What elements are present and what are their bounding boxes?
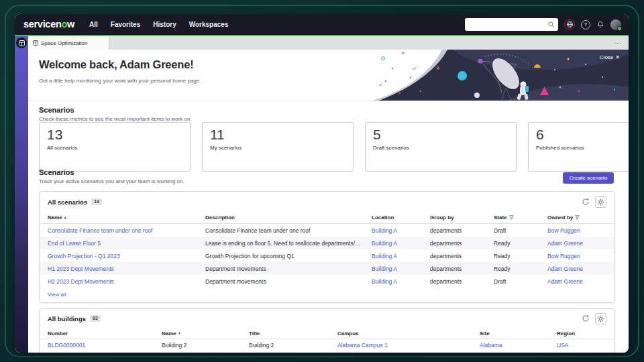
- location-link[interactable]: Building A: [372, 227, 397, 234]
- location-link[interactable]: Building A: [372, 278, 397, 285]
- app-window: servicenow All Favorites History Workspa…: [15, 14, 629, 353]
- tab-space-optimization[interactable]: Space Optimization: [28, 36, 109, 50]
- metric-label: Draft scenarios: [373, 145, 508, 151]
- global-search[interactable]: [465, 18, 558, 31]
- metric-card-draft-scenarios[interactable]: 5 Draft scenarios: [365, 122, 517, 172]
- panel-actions: [582, 313, 606, 324]
- metric-cards-row: 13 All scenarios 11 My scenarios 5 Draft…: [39, 122, 629, 172]
- scenario-link[interactable]: H2 2023 Dept Movements: [48, 278, 114, 285]
- state-value: Draft: [486, 275, 539, 288]
- small-astronaut-head: [474, 93, 480, 98]
- column-header-description[interactable]: Description: [197, 212, 364, 224]
- list-settings-button[interactable]: [595, 196, 606, 208]
- state-value: Ready: [486, 262, 539, 275]
- buildings-table: Number Name▼ Title Campus Site Region BL…: [40, 328, 614, 351]
- column-header-state[interactable]: State: [486, 212, 539, 224]
- scenario-description: Department movements: [197, 275, 364, 288]
- scenario-link[interactable]: Growth Projection - Q1 2023: [48, 253, 120, 259]
- nav-item-history[interactable]: History: [153, 21, 176, 28]
- help-icon: ?: [581, 20, 590, 29]
- welcome-subtitle: Get a little help monitoring your work w…: [39, 78, 201, 84]
- owner-link[interactable]: Bow Ruggeri: [547, 253, 580, 259]
- metric-label: All scenarios: [47, 145, 182, 151]
- column-header-number[interactable]: Number: [40, 328, 154, 339]
- metrics-section-title: Scenarios: [39, 106, 74, 114]
- refresh-button[interactable]: [582, 198, 590, 206]
- column-header-site[interactable]: Site: [472, 328, 549, 339]
- count-badge: 13: [91, 198, 102, 205]
- owner-link[interactable]: Adam Greene: [547, 265, 583, 272]
- scenario-link[interactable]: Consolidate Finance team under one roof: [48, 227, 152, 234]
- location-link[interactable]: Building A: [372, 265, 397, 272]
- metric-value: 13: [47, 127, 182, 142]
- region-link[interactable]: USA: [557, 342, 568, 349]
- tab-label: Space Optimization: [41, 40, 87, 46]
- refresh-icon: [582, 314, 590, 322]
- owner-link[interactable]: Adam Greene: [547, 278, 583, 285]
- table-row: End of Lease Floor 5 Lease is ending on …: [40, 237, 614, 249]
- scenario-link[interactable]: End of Lease Floor 5: [48, 240, 101, 247]
- notifications-button[interactable]: [596, 21, 604, 29]
- tab-overflow-button[interactable]: ···: [607, 36, 629, 50]
- column-header-title[interactable]: Title: [241, 328, 329, 339]
- column-header-name[interactable]: Name▲: [40, 212, 197, 224]
- nav-right-cluster: ?: [465, 18, 621, 31]
- nav-item-workspaces[interactable]: Workspaces: [189, 21, 229, 28]
- panel-header: All scenarios 13: [40, 192, 614, 212]
- column-header-owned-by[interactable]: Owned by: [539, 212, 614, 224]
- building-name: Building 2: [154, 339, 241, 352]
- globe-icon: [566, 21, 574, 28]
- panel-title: All buildings: [48, 315, 86, 322]
- welcome-banner: Close ✕ Welcome back, Adam Greene! Get a…: [28, 50, 629, 101]
- column-header-location[interactable]: Location: [364, 212, 422, 224]
- scenarios-section-title: Scenarios: [39, 168, 74, 176]
- global-search-input[interactable]: [469, 21, 548, 29]
- view-all-link[interactable]: View all: [48, 292, 66, 298]
- sort-desc-icon: ▼: [178, 331, 181, 335]
- nav-item-all[interactable]: All: [89, 21, 98, 28]
- user-avatar[interactable]: [610, 19, 621, 30]
- desktop-background: servicenow All Favorites History Workspa…: [0, 0, 644, 362]
- owner-link[interactable]: Adam Greene: [547, 240, 583, 247]
- metric-card-my-scenarios[interactable]: 11 My scenarios: [202, 122, 354, 172]
- group-by-value: departments: [422, 275, 486, 288]
- scenario-description: Department movements: [197, 262, 364, 275]
- refresh-button[interactable]: [582, 314, 590, 322]
- tab-grid-icon: [33, 40, 38, 46]
- nav-item-favorites[interactable]: Favorites: [111, 21, 140, 28]
- list-settings-button[interactable]: [595, 313, 606, 324]
- group-by-value: departments: [422, 262, 486, 275]
- logo-accent-o: o: [61, 19, 67, 29]
- logo-text: servicen: [23, 19, 61, 29]
- panel-header: All buildings 83: [40, 309, 614, 328]
- scenario-description: Consolidate Finance team under one roof: [197, 224, 364, 237]
- create-scenario-button[interactable]: Create scenario: [563, 172, 614, 184]
- column-header-name[interactable]: Name▼: [154, 328, 241, 339]
- scenarios-section-subtitle: Track your active scenarios you and your…: [39, 178, 184, 184]
- metric-card-all-scenarios[interactable]: 13 All scenarios: [39, 122, 191, 172]
- location-link[interactable]: Building A: [372, 253, 397, 259]
- scenario-description: Lease is ending on floor 5. Need to real…: [197, 237, 364, 249]
- metric-card-published-scenarios[interactable]: 6 Published scenarios: [528, 122, 629, 172]
- column-header-region[interactable]: Region: [549, 328, 614, 339]
- column-header-campus[interactable]: Campus: [329, 328, 472, 339]
- table-row: H2 2023 Dept Movements Department moveme…: [40, 275, 614, 288]
- owner-link[interactable]: Bow Ruggeri: [547, 227, 580, 234]
- sort-asc-icon: ▲: [64, 215, 67, 219]
- refresh-icon: [582, 198, 590, 206]
- left-rail: [15, 50, 28, 353]
- gear-icon: [597, 315, 604, 322]
- banner-close-button[interactable]: Close ✕: [600, 54, 620, 60]
- app-launcher-button[interactable]: [15, 36, 28, 50]
- scenario-link[interactable]: H1 2023 Dept Movements: [48, 265, 114, 272]
- table-row: Growth Projection - Q1 2023 Growth Proje…: [40, 249, 614, 262]
- building-number-link[interactable]: BLDG0000001: [48, 342, 85, 349]
- location-link[interactable]: Building A: [372, 240, 397, 247]
- site-link[interactable]: Alabama: [480, 342, 502, 349]
- servicenow-logo[interactable]: servicenow: [23, 19, 74, 29]
- globe-notification-button[interactable]: [564, 19, 575, 30]
- help-button[interactable]: ?: [581, 20, 590, 29]
- column-header-group-by[interactable]: Group by: [422, 212, 486, 224]
- campus-link[interactable]: Alabama Campus 1: [337, 342, 388, 349]
- cyan-planet-decor: [458, 71, 467, 80]
